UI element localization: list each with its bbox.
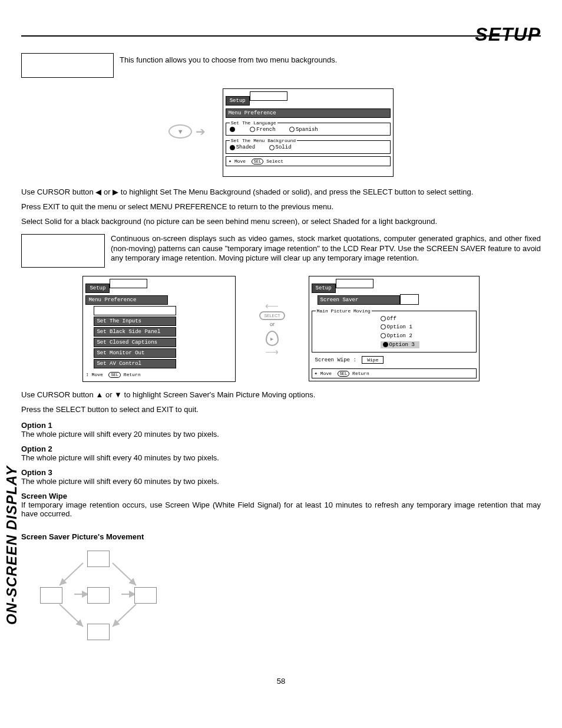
diagram-sq-right bbox=[134, 587, 157, 604]
main-pic-moving-group: Main Picture Moving Off Option 1 Option … bbox=[312, 308, 477, 353]
opt3-head: Option 3 bbox=[21, 468, 541, 477]
language-group: Set The Language French Spanish bbox=[226, 120, 391, 136]
opt-2: Option 2 bbox=[381, 333, 415, 339]
screen-wipe-row: Screen Wipe : Wipe bbox=[315, 356, 477, 364]
side-section-label: ON-SCREEN DISPLAY bbox=[4, 466, 20, 625]
background-legend: Set The Menu Background bbox=[230, 138, 297, 143]
osd-tab-right: Setup bbox=[312, 284, 336, 293]
wipe-head: Screen Wipe bbox=[21, 492, 541, 500]
opt-3: Option 3 bbox=[381, 341, 419, 348]
arrow-right-icon: ➔ bbox=[196, 124, 206, 139]
nav-hint-right: ✦ Move SEL Return bbox=[312, 368, 477, 378]
osd-tab-blank-3 bbox=[336, 279, 373, 288]
list-item: Set Monitor Out bbox=[94, 348, 176, 358]
movement-diagram bbox=[21, 547, 541, 665]
osd-tab: Setup bbox=[226, 96, 250, 106]
bg-shaded: Shaded bbox=[230, 144, 255, 150]
opt2-head: Option 2 bbox=[21, 444, 541, 453]
svg-line-1 bbox=[113, 563, 136, 585]
svg-line-4 bbox=[59, 604, 83, 627]
opt1-body: The whole picture will shift every 20 mi… bbox=[21, 430, 541, 439]
header-rule bbox=[21, 35, 541, 37]
diagram-sq-mid bbox=[87, 587, 110, 604]
para-select-exit: Press the SELECT button to select and EX… bbox=[21, 405, 541, 415]
or-label: or bbox=[270, 321, 275, 327]
intro-text-2: Continuous on-screen displays such as vi… bbox=[111, 234, 541, 264]
list-item: Set The Inputs bbox=[94, 317, 176, 326]
callout-box-1 bbox=[21, 53, 114, 78]
osd-tab-blank-2 bbox=[110, 279, 147, 288]
lang-french: French bbox=[250, 127, 275, 133]
select-button-icon: SELECT bbox=[259, 311, 285, 320]
down-arrow-icon: ▼ bbox=[168, 124, 192, 139]
background-group: Set The Menu Background Shaded Solid bbox=[226, 138, 391, 153]
svg-line-5 bbox=[113, 604, 136, 627]
diagram-sq-left bbox=[40, 587, 62, 604]
sel-key-2: SEL bbox=[108, 372, 121, 378]
diagram-head: Screen Saver Picture's Movement bbox=[21, 532, 541, 541]
callout-box-2 bbox=[21, 234, 105, 268]
osd-tab-blank bbox=[250, 91, 287, 101]
osd-setup-list: Setup Menu Preference Set The Inputs Set… bbox=[82, 276, 236, 382]
diagram-sq-top bbox=[87, 551, 110, 567]
osd-menu-background: Setup Menu Preference Set The Language F… bbox=[223, 88, 394, 177]
main-pic-legend: Main Picture Moving bbox=[316, 308, 372, 314]
wipe-body: If temporary image retention occurs, use… bbox=[21, 500, 541, 518]
opt2-body: The whole picture will shift every 40 mi… bbox=[21, 453, 541, 462]
arrow-right-grey-icon: ⟶ bbox=[265, 347, 279, 357]
opt3-body: The whole picture will shift every 60 mi… bbox=[21, 477, 541, 486]
para-exit: Press EXIT to quit the menu or select ME… bbox=[21, 202, 541, 212]
osd-subtitle: Menu Preference bbox=[226, 108, 391, 118]
opt-off: Off bbox=[381, 316, 399, 322]
screen-saver-sub: Screen Saver bbox=[318, 295, 400, 305]
osd-tab-left: Setup bbox=[85, 284, 110, 293]
remote-hint-row: ▼ ➔ bbox=[168, 124, 206, 139]
move-glyph-2: ✦ bbox=[315, 371, 318, 377]
wipe-button: Wipe bbox=[362, 356, 384, 364]
language-legend: Set The Language bbox=[230, 120, 277, 126]
osd-screen-saver: Setup Screen Saver Main Picture Moving O… bbox=[309, 276, 480, 382]
arrow-left-grey-icon: ⟵ bbox=[265, 301, 279, 311]
list-item: Set Black Side Panel bbox=[94, 327, 176, 337]
sel-key-3: SEL bbox=[338, 371, 350, 377]
bg-solid: Solid bbox=[269, 144, 292, 150]
lang-blank bbox=[230, 127, 236, 133]
sel-key: SEL bbox=[252, 159, 264, 164]
page-number: 58 bbox=[21, 677, 541, 686]
list-item: Menu Preference bbox=[85, 295, 168, 305]
updown-glyph: ↕ bbox=[85, 372, 88, 378]
mid-controls: ⟵ SELECT or ▸ ⟶ bbox=[259, 300, 285, 357]
list-item: Set Closed Captions bbox=[94, 338, 176, 347]
nav-hint-left: ↕ Move SEL Return bbox=[85, 371, 233, 379]
opt-1: Option 1 bbox=[381, 324, 415, 330]
lang-spanish: Spanish bbox=[289, 127, 318, 133]
list-item: Set AV Control bbox=[94, 359, 176, 368]
list-item-blank bbox=[94, 306, 176, 315]
para-solid-shaded: Select Solid for a black background (no … bbox=[21, 217, 541, 227]
page-title: SETUP bbox=[475, 24, 541, 45]
para-cursor-lr: Use CURSOR button ◀ or ▶ to highlight Se… bbox=[21, 187, 541, 197]
sub-blank bbox=[400, 294, 419, 305]
opt1-head: Option 1 bbox=[21, 421, 541, 430]
para-cursor-ud: Use CURSOR button ▲ or ▼ to highlight Sc… bbox=[21, 390, 541, 400]
nav-hint-1: ✦ Move SEL Select bbox=[226, 156, 391, 166]
move-glyph: ✦ bbox=[229, 159, 232, 164]
intro-text-1: This function allows you to choose from … bbox=[120, 53, 541, 65]
cursor-right-icon: ▸ bbox=[266, 331, 279, 346]
svg-line-0 bbox=[59, 563, 83, 585]
diagram-sq-bottom bbox=[87, 624, 110, 640]
